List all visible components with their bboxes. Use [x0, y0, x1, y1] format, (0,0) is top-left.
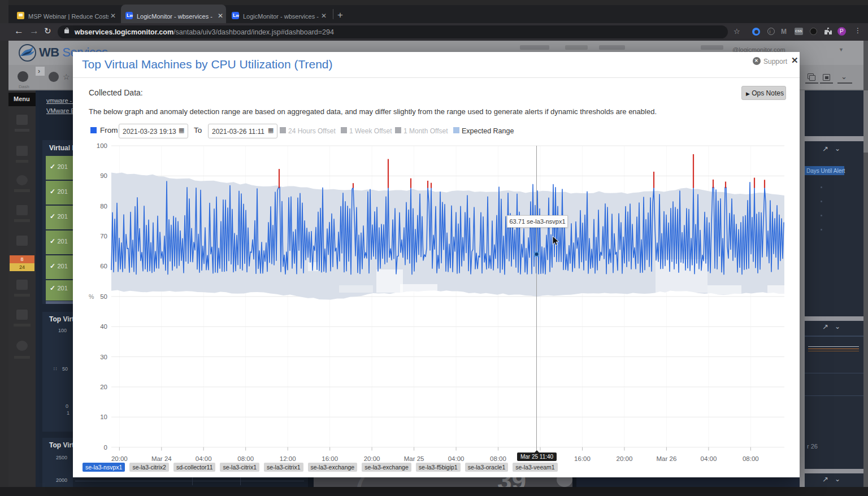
- svg-text:Mar 26: Mar 26: [657, 455, 677, 462]
- svg-text:16:00: 16:00: [322, 455, 338, 462]
- svg-text:20:00: 20:00: [617, 455, 633, 462]
- svg-text:%: %: [89, 293, 94, 300]
- svg-text:04:00: 04:00: [701, 455, 717, 462]
- svg-text:Mar 25: Mar 25: [404, 455, 424, 462]
- svg-text:90: 90: [100, 172, 107, 179]
- svg-text:20:00: 20:00: [111, 455, 128, 462]
- svg-text:08:00: 08:00: [743, 455, 759, 462]
- svg-text:12:00: 12:00: [280, 455, 296, 462]
- svg-text:80: 80: [100, 203, 107, 210]
- svg-text:60: 60: [100, 263, 107, 269]
- svg-text:16:00: 16:00: [574, 455, 591, 462]
- svg-text:20: 20: [100, 384, 107, 390]
- svg-text:50: 50: [100, 293, 107, 300]
- svg-text:20:00: 20:00: [364, 455, 380, 462]
- svg-text:Mar 24: Mar 24: [151, 455, 172, 462]
- svg-text:08:00: 08:00: [490, 455, 506, 462]
- svg-text:40: 40: [100, 323, 107, 330]
- svg-text:30: 30: [100, 354, 107, 360]
- svg-text:04:00: 04:00: [196, 455, 212, 462]
- svg-text:04:00: 04:00: [448, 455, 465, 462]
- svg-text:08:00: 08:00: [237, 455, 254, 462]
- svg-text:10: 10: [100, 414, 107, 420]
- svg-text:70: 70: [100, 233, 107, 240]
- svg-text:0: 0: [104, 444, 107, 451]
- svg-text:100: 100: [97, 142, 107, 149]
